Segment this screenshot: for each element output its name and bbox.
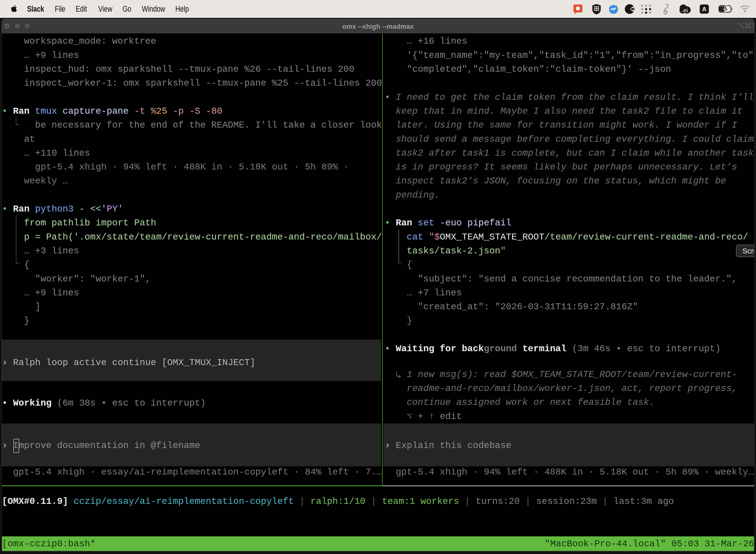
svg-text:..61: ..61 xyxy=(682,8,688,13)
svg-text:A: A xyxy=(702,6,706,12)
